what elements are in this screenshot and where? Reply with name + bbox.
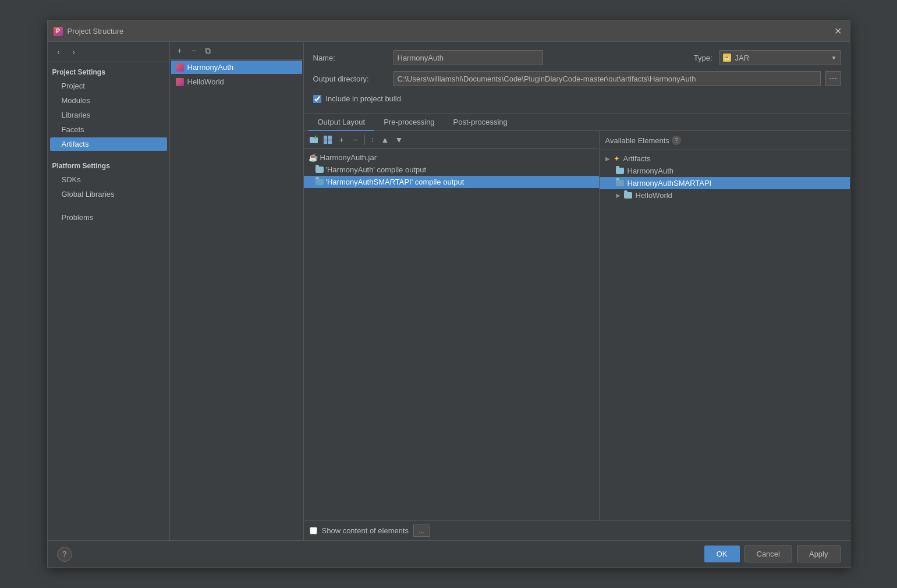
sidebar-item-modules[interactable]: Modules	[50, 94, 167, 107]
folder-compile-2-icon	[315, 179, 324, 185]
name-label: Name:	[313, 54, 389, 62]
svg-rect-3	[314, 137, 317, 138]
project-settings-label: Project Settings	[48, 62, 169, 79]
show-content-checkbox[interactable]	[310, 527, 317, 534]
folder-compile-1-icon	[315, 167, 324, 173]
output-dir-row: Output directory: ⋯	[313, 71, 841, 86]
avail-harmony-auth-label: HarmonyAuth	[627, 167, 673, 175]
sidebar-item-artifacts[interactable]: Artifacts	[50, 137, 167, 151]
folder-hello-world-icon	[624, 192, 632, 199]
name-row: Name: Type: ☕ JAR WAR Web Application: E…	[313, 50, 841, 65]
avail-item-artifacts[interactable]: ▶ ✦ Artifacts	[600, 153, 850, 165]
layout-remove-button[interactable]: −	[349, 133, 362, 146]
ok-button[interactable]: OK	[704, 546, 740, 562]
show-content-label: Show content of elements	[322, 526, 409, 535]
sidebar-item-sdks[interactable]: SDKs	[50, 173, 167, 186]
type-select[interactable]: JAR WAR Web Application: Exploded	[719, 50, 841, 65]
settings-area: Name: Type: ☕ JAR WAR Web Application: E…	[304, 42, 850, 114]
bottom-bar: Show content of elements ...	[304, 520, 850, 540]
sort-icon: ↕	[367, 134, 378, 145]
layout-tree: ☕ HarmonyAuth.jar 'HarmonyAuth' compile …	[304, 149, 599, 520]
name-input[interactable]	[393, 50, 543, 65]
show-content-row: Show content of elements ...	[310, 525, 844, 537]
available-elements-panel: Available Elements ? ▶ ✦ Artifacts	[600, 131, 850, 520]
avail-item-harmony-auth-smartapi[interactable]: HarmonyAuthSMARTAPI	[600, 177, 850, 189]
sidebar: ‹ › Project Settings Project Modules Lib…	[48, 42, 170, 540]
tree-item-jar[interactable]: ☕ HarmonyAuth.jar	[304, 151, 599, 164]
folder-harmony-auth-icon	[616, 168, 624, 174]
app-icon: P	[54, 27, 63, 36]
avail-hello-world-label: HelloWorld	[636, 191, 672, 200]
add-folder-button[interactable]	[307, 133, 320, 146]
artifacts-toolbar: + − ⧉	[170, 42, 303, 60]
layout-down-button[interactable]: ▼	[393, 133, 406, 146]
back-button[interactable]: ‹	[52, 45, 65, 58]
avail-harmony-auth-smartapi-label: HarmonyAuthSMARTAPI	[627, 179, 712, 187]
artifact-helloworld-label: HelloWorld	[187, 77, 224, 86]
tree-jar-label: HarmonyAuth.jar	[320, 153, 377, 162]
apply-button[interactable]: Apply	[797, 546, 841, 562]
tree-compile-2-label: 'HarmonyAuthSMARTAPI' compile output	[326, 178, 465, 186]
forward-button[interactable]: ›	[68, 45, 80, 58]
dots-button[interactable]: ...	[413, 525, 430, 537]
browse-button[interactable]: ⋯	[825, 71, 841, 86]
layout-up-button[interactable]: ▲	[379, 133, 392, 146]
avail-item-hello-world[interactable]: ▶ HelloWorld	[600, 189, 850, 201]
artifacts-artifact-icon: ✦	[614, 154, 620, 163]
svg-rect-1	[310, 137, 313, 139]
type-label: Type:	[694, 54, 712, 62]
available-elements-label: Available Elements	[605, 136, 669, 145]
jar-file-icon: ☕	[309, 153, 318, 162]
type-dropdown-wrapper: ☕ JAR WAR Web Application: Exploded ▼	[719, 50, 841, 65]
dialog-footer: ? OK Cancel Apply	[48, 540, 850, 567]
copy-artifact-button[interactable]: ⧉	[201, 44, 214, 57]
artifacts-chevron-icon: ▶	[605, 155, 610, 162]
sidebar-item-libraries[interactable]: Libraries	[50, 108, 167, 122]
layout-toolbar: + − ↕ ▲ ▼	[304, 131, 599, 149]
sidebar-item-global-libraries[interactable]: Global Libraries	[50, 187, 167, 201]
sidebar-item-facets[interactable]: Facets	[50, 123, 167, 136]
close-button[interactable]: ✕	[832, 26, 844, 37]
available-elements-help-icon[interactable]: ?	[672, 136, 681, 145]
include-in-project-build-checkbox[interactable]	[313, 95, 321, 103]
tree-item-compile-1[interactable]: 'HarmonyAuth' compile output	[304, 164, 599, 176]
add-artifact-button[interactable]: +	[173, 44, 186, 57]
tab-post-processing[interactable]: Post-processing	[444, 114, 517, 131]
available-elements-tree: ▶ ✦ Artifacts HarmonyAuth	[600, 150, 850, 520]
folder-harmony-auth-smartapi-icon	[616, 180, 624, 186]
footer-help-button[interactable]: ?	[57, 547, 72, 562]
artifact-item-harmonyauth[interactable]: HarmonyAuth	[171, 61, 302, 74]
avail-item-harmony-auth[interactable]: HarmonyAuth	[600, 165, 850, 177]
output-dir-input[interactable]	[393, 71, 821, 86]
remove-artifact-button[interactable]: −	[187, 44, 200, 57]
hello-world-chevron-icon: ▶	[616, 192, 621, 199]
include-in-project-build-label: Include in project build	[326, 94, 401, 103]
artifact-helloworld-icon	[176, 78, 184, 86]
project-structure-dialog: P Project Structure ✕ ‹ › Project Settin…	[47, 20, 850, 568]
tree-item-compile-2[interactable]: 'HarmonyAuthSMARTAPI' compile output	[304, 176, 599, 188]
avail-artifacts-label: Artifacts	[623, 154, 651, 163]
add-folder-icon	[309, 135, 318, 144]
include-in-project-build-row: Include in project build	[313, 92, 841, 105]
artifact-harmonyauth-icon	[176, 63, 184, 72]
main-panel: Name: Type: ☕ JAR WAR Web Application: E…	[304, 42, 850, 540]
sidebar-item-project[interactable]: Project	[50, 79, 167, 93]
cancel-button[interactable]: Cancel	[744, 546, 792, 562]
content-below-tabs: + − ↕ ▲ ▼ ☕ HarmonyAuth.jar	[304, 131, 850, 520]
tab-output-layout[interactable]: Output Layout	[309, 114, 375, 131]
artifact-item-helloworld[interactable]: HelloWorld	[171, 75, 302, 88]
sidebar-item-problems[interactable]: Problems	[50, 211, 167, 224]
tree-compile-1-label: 'HarmonyAuth' compile output	[326, 165, 427, 174]
grid-icon	[324, 136, 332, 144]
nav-top: ‹ ›	[48, 42, 169, 62]
layout-add-button[interactable]: +	[335, 133, 348, 146]
title-bar: P Project Structure ✕	[48, 21, 850, 42]
tabs-bar: Output Layout Pre-processing Post-proces…	[304, 114, 850, 131]
artifact-harmonyauth-label: HarmonyAuth	[187, 63, 233, 72]
tab-pre-processing[interactable]: Pre-processing	[374, 114, 444, 131]
layout-grid-button[interactable]	[321, 133, 334, 146]
artifacts-list-panel: + − ⧉ HarmonyAuth HelloWorld	[170, 42, 304, 540]
available-elements-header: Available Elements ?	[600, 131, 850, 150]
toolbar-separator	[364, 134, 365, 145]
output-layout-panel: + − ↕ ▲ ▼ ☕ HarmonyAuth.jar	[304, 131, 600, 520]
